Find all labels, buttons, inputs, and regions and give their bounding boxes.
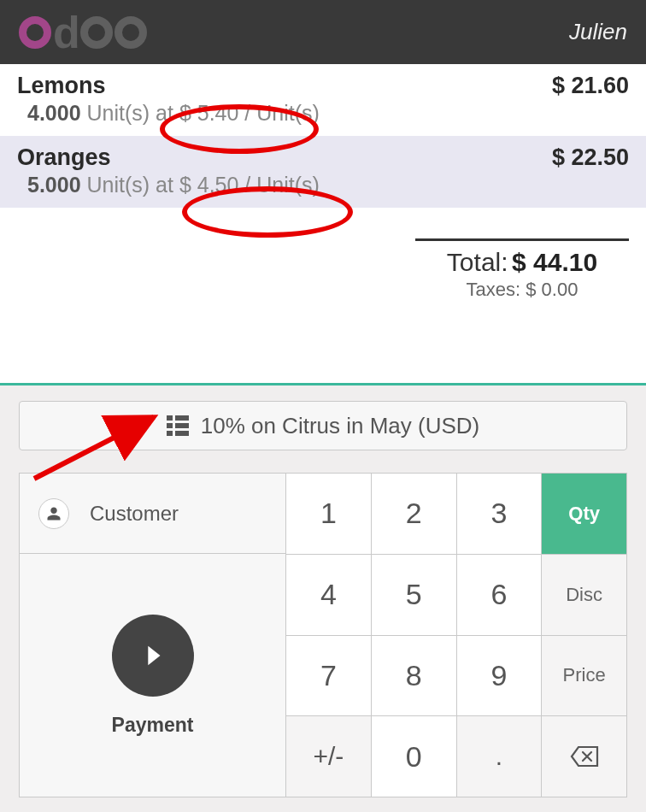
numpad-5[interactable]: 5	[372, 555, 457, 636]
numpad-dot[interactable]: .	[457, 716, 543, 797]
line-total: $ 22.50	[552, 144, 629, 171]
user-icon	[38, 498, 69, 529]
total-amount: $ 44.10	[512, 248, 597, 276]
list-icon	[167, 415, 189, 436]
chevron-right-icon	[112, 615, 194, 697]
line-total: $ 21.60	[552, 73, 629, 99]
numpad: 1 2 3 Qty 4 5 6 Disc 7 8 9 Price +/- 0 .	[285, 473, 627, 797]
logo-o-icon	[115, 16, 147, 49]
numpad-7[interactable]: 7	[286, 636, 372, 717]
odoo-logo: d	[19, 7, 147, 58]
numpad-sign[interactable]: +/-	[286, 716, 372, 797]
numpad-8[interactable]: 8	[372, 636, 457, 717]
customer-label: Customer	[90, 502, 179, 526]
mode-disc[interactable]: Disc	[542, 555, 627, 636]
total-label: Total:	[447, 248, 508, 276]
numpad-2[interactable]: 2	[372, 474, 457, 555]
product-name: Lemons	[17, 73, 106, 99]
order-line[interactable]: Lemons $ 21.60 4.000 Unit(s) at $ 5.40 /…	[0, 64, 646, 136]
taxes-label: Taxes:	[467, 279, 521, 300]
line-detail: 4.000 Unit(s) at $ 5.40 / Unit(s)	[17, 101, 629, 126]
product-name: Oranges	[17, 144, 111, 171]
payment-label: Payment	[112, 714, 194, 737]
taxes-amount: $ 0.00	[526, 279, 578, 300]
pricelist-button[interactable]: 10% on Citrus in May (USD)	[19, 401, 627, 450]
app-header: d Julien	[0, 0, 646, 64]
numpad-3[interactable]: 3	[457, 474, 543, 555]
numpad-backspace[interactable]	[542, 716, 627, 797]
logo-o-icon	[19, 16, 51, 49]
customer-button[interactable]: Customer	[20, 474, 285, 554]
order-line[interactable]: Oranges $ 22.50 5.000 Unit(s) at $ 4.50 …	[0, 136, 646, 208]
logo-o-icon	[80, 16, 113, 49]
action-panel: 10% on Citrus in May (USD) Customer Paym…	[0, 383, 646, 812]
numpad-9[interactable]: 9	[457, 636, 543, 717]
line-detail: 5.000 Unit(s) at $ 4.50 / Unit(s)	[17, 173, 629, 197]
numpad-6[interactable]: 6	[457, 555, 543, 636]
backspace-icon	[570, 745, 599, 768]
order-totals: Total: $ 44.10 Taxes: $ 0.00	[415, 238, 629, 301]
numpad-4[interactable]: 4	[286, 555, 372, 636]
cashier-name[interactable]: Julien	[569, 19, 627, 45]
payment-button[interactable]: Payment	[20, 554, 285, 797]
order-lines: Lemons $ 21.60 4.000 Unit(s) at $ 5.40 /…	[0, 64, 646, 208]
numpad-1[interactable]: 1	[286, 474, 372, 555]
mode-price[interactable]: Price	[542, 636, 627, 717]
pad-area: Customer Payment 1 2 3 Qty 4 5 6 Disc 7 …	[19, 473, 627, 797]
numpad-0[interactable]: 0	[372, 716, 457, 797]
pricelist-label: 10% on Citrus in May (USD)	[201, 413, 480, 439]
mode-qty[interactable]: Qty	[542, 474, 627, 555]
logo-d-letter: d	[53, 7, 79, 58]
